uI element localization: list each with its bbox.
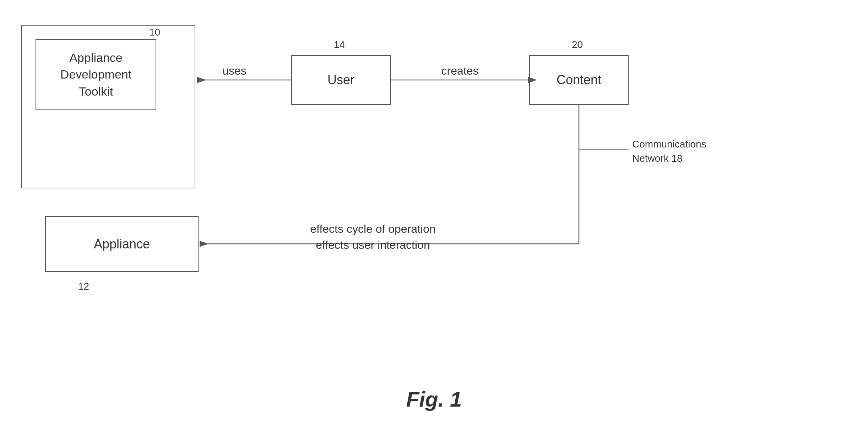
uses-label: uses <box>222 64 246 77</box>
content-label: Content <box>557 73 601 87</box>
label-10: 10 <box>149 27 160 38</box>
user-label: User <box>327 73 354 87</box>
content-box: Content <box>529 55 629 105</box>
comms-label-2: Network 18 <box>632 153 683 164</box>
adt-box: Appliance Development Toolkit <box>36 39 156 110</box>
comms-label-1: Communications <box>632 139 706 150</box>
adt-label: Appliance Development Toolkit <box>60 49 131 100</box>
appliance-label: Appliance <box>94 237 150 252</box>
appliance-box: Appliance <box>45 216 199 272</box>
fig-caption: Fig. 1 <box>406 387 462 412</box>
diagram-container: Appliance Development Toolkit 10 User 14… <box>0 0 868 440</box>
label-14: 14 <box>334 39 345 50</box>
creates-label: creates <box>441 64 479 77</box>
effects-cycle-label: effects cycle of operation <box>310 222 435 235</box>
label-20: 20 <box>572 39 583 50</box>
label-12: 12 <box>78 281 89 292</box>
user-box: User <box>291 55 391 105</box>
effects-user-label: effects user interaction <box>316 238 430 251</box>
